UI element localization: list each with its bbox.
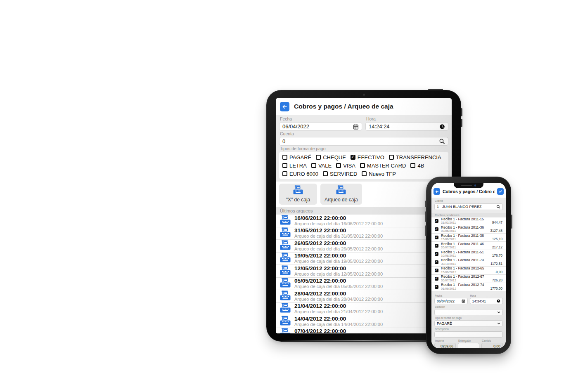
arqueo-list-item[interactable]: 05/05/2012 22:00:00 Arqueo de caja del d… bbox=[276, 278, 452, 290]
arqueo-item-text: 26/05/2012 22:00:00 Arqueo de caja del d… bbox=[294, 241, 383, 251]
checkbox-icon[interactable] bbox=[435, 227, 438, 231]
payment-type-checkbox[interactable]: LETRA bbox=[282, 162, 307, 169]
arqueo-list-item[interactable]: 14/04/2012 22:00:00 Arqueo de caja del d… bbox=[276, 315, 452, 328]
recibo-list-item[interactable]: Recibo 1 - Factura 2012-65 15/06/2012 -0… bbox=[431, 267, 506, 275]
checkbox-icon[interactable] bbox=[435, 219, 438, 223]
phone-camera bbox=[474, 184, 476, 187]
tablet-volume-down-button bbox=[461, 119, 462, 127]
arqueo-item-subtitle: Arqueo de caja del día 26/05/2012 22:00:… bbox=[294, 246, 383, 251]
payment-type-checkbox[interactable]: VALE bbox=[311, 162, 332, 169]
arqueo-list-item[interactable]: 19/05/2012 22:00:00 Arqueo de caja del d… bbox=[276, 253, 452, 265]
arqueo-item-title: 21/04/2012 22:00:00 bbox=[294, 303, 383, 309]
checkbox-icon bbox=[389, 155, 394, 160]
confirm-button[interactable] bbox=[497, 188, 504, 195]
fecha-field-group: Fecha 06/04/2022 bbox=[434, 294, 468, 305]
recibo-list-item[interactable]: Recibo 1 - Factura 2012-67 30/07/2012 72… bbox=[431, 275, 506, 283]
checkbox-icon bbox=[362, 171, 367, 176]
cliente-input[interactable]: 1 - JUAN BLANCO PEREZ bbox=[434, 203, 503, 210]
checkbox-icon bbox=[323, 171, 328, 176]
arqueo-list-item[interactable]: 26/05/2012 22:00:00 Arqueo de caja del d… bbox=[276, 240, 452, 253]
cash-register-icon bbox=[280, 215, 291, 227]
estacion-select[interactable] bbox=[434, 309, 503, 315]
recibo-item-date: 31/03/2011 bbox=[441, 221, 456, 225]
recibo-item-text: Recibo 1 - Factura 2011-73 30/10/2011 11… bbox=[441, 258, 502, 266]
hora-label: Hora bbox=[470, 294, 503, 298]
recibo-item-text: Recibo 1 - Factura 2011-36 03/06/2011 31… bbox=[441, 226, 502, 233]
checkbox-icon[interactable] bbox=[435, 285, 438, 289]
checkbox-icon bbox=[351, 155, 355, 160]
payment-type-checkbox[interactable]: MASTER CARD bbox=[360, 162, 406, 169]
checkbox-icon[interactable] bbox=[435, 244, 438, 248]
cash-action-button[interactable]: Arqueo de caja bbox=[320, 184, 362, 205]
checkbox-icon[interactable] bbox=[435, 260, 438, 264]
page-title: Cobros y pagos / Arqueo de caja bbox=[294, 103, 393, 110]
fecha-input[interactable]: 06/04/2022 bbox=[434, 298, 468, 304]
calendar-icon[interactable] bbox=[353, 124, 359, 130]
cliente-label: Cliente bbox=[435, 199, 503, 203]
estacion-label: Estación bbox=[435, 305, 503, 309]
recibo-item-amount: 726,28 bbox=[492, 279, 502, 283]
recibo-list-item[interactable]: Recibo 1 - Factura 2011-46 20/07/2011 21… bbox=[431, 242, 506, 250]
descripcion-input[interactable] bbox=[434, 331, 503, 338]
recibo-list-item[interactable]: Recibo 1 - Factura 2011-36 03/06/2011 31… bbox=[431, 225, 506, 234]
arqueo-item-title: 12/05/2012 22:00:00 bbox=[294, 266, 383, 272]
payment-type-checkbox[interactable]: VISA bbox=[336, 162, 355, 169]
arqueo-list-item[interactable]: 21/04/2012 22:00:00 Arqueo de caja del d… bbox=[276, 303, 452, 316]
clock-icon[interactable] bbox=[439, 124, 445, 130]
payment-type-checkbox[interactable]: SERVIRED bbox=[323, 170, 357, 177]
arqueo-item-text: 31/05/2012 22:00:00 Arqueo de caja del d… bbox=[294, 228, 383, 239]
fecha-input[interactable]: 06/04/2022 bbox=[279, 122, 362, 131]
importe-field-group: Importe 8259,66 bbox=[434, 339, 456, 348]
arqueo-list-item[interactable]: 12/05/2012 22:00:00 Arqueo de caja del d… bbox=[276, 265, 452, 278]
recibo-list-item[interactable]: Recibo 1 - Factura 2012-74 01/09/2012 17… bbox=[431, 283, 506, 291]
payment-type-checkbox[interactable]: EURO 6000 bbox=[282, 170, 318, 177]
checkbox-icon[interactable] bbox=[435, 277, 438, 281]
arqueo-item-subtitle: Arqueo de caja del día 19/05/2012 22:00:… bbox=[294, 259, 383, 264]
arqueo-list-item[interactable]: 28/04/2012 22:00:00 Arqueo de caja del d… bbox=[276, 290, 452, 303]
back-button[interactable] bbox=[280, 102, 289, 111]
tablet-power-button bbox=[428, 89, 443, 90]
checkbox-icon[interactable] bbox=[435, 269, 438, 272]
hora-input[interactable]: 14:24:24 bbox=[365, 122, 448, 131]
entregado-input[interactable] bbox=[458, 343, 479, 348]
descripcion-field-group: Descripcion bbox=[434, 328, 503, 338]
payment-types-group: Tipos de forma de pago PAGARÉ CHEQUE bbox=[279, 146, 448, 179]
phone-payment-form: Fecha 06/04/2022 Hora 14:34:41 bbox=[431, 291, 506, 348]
recibo-item-text: Recibo 1 - Factura 2011-51 10/08/2011 17… bbox=[441, 250, 502, 258]
cuenta-input[interactable]: 0 bbox=[279, 137, 448, 146]
search-icon[interactable] bbox=[496, 205, 500, 209]
recibo-item-amount: -0,00 bbox=[495, 271, 502, 274]
recibo-item-date: 30/07/2012 bbox=[441, 279, 456, 283]
chevron-down-icon bbox=[497, 322, 500, 325]
cliente-field-group: Cliente 1 - JUAN BLANCO PEREZ bbox=[431, 198, 506, 213]
fecha-label: Fecha bbox=[435, 294, 468, 298]
checkbox-icon[interactable] bbox=[435, 252, 438, 256]
search-icon[interactable] bbox=[439, 138, 445, 144]
entregado-field-group: Entregado bbox=[458, 339, 479, 348]
payment-type-checkbox[interactable]: PAGARÉ bbox=[282, 154, 311, 161]
payment-type-checkbox[interactable]: CHEQUE bbox=[316, 154, 346, 161]
recibo-list-item[interactable]: Recibo 1 - Factura 2011-51 10/08/2011 17… bbox=[431, 250, 506, 258]
calendar-icon[interactable] bbox=[462, 299, 465, 303]
phone-notch bbox=[454, 183, 483, 188]
payment-type-checkbox[interactable]: TRANSFERENCIA bbox=[389, 154, 441, 161]
arqueo-item-title: 28/04/2012 22:00:00 bbox=[294, 291, 383, 297]
hora-input[interactable]: 14:34:41 bbox=[470, 298, 503, 304]
recibo-list-item[interactable]: Recibo 1 - Factura 2011-73 30/10/2011 11… bbox=[431, 258, 506, 267]
clock-icon[interactable] bbox=[497, 299, 500, 303]
payment-type-checkbox[interactable]: EFECTIVO bbox=[351, 154, 384, 161]
cash-action-button[interactable]: "X" de caja bbox=[279, 184, 317, 205]
recibo-list-item[interactable]: Recibo 1 - Factura 2011-15 31/03/2011 94… bbox=[431, 217, 506, 226]
arqueo-list-item[interactable]: 07/04/2012 22:00:00 Arqueo de caja del d… bbox=[276, 328, 452, 334]
payment-type-checkbox[interactable]: 4B bbox=[410, 162, 424, 169]
checkbox-icon bbox=[336, 163, 341, 168]
tipo-forma-pago-select[interactable]: PAGARÉ bbox=[434, 320, 503, 326]
fecha-label: Fecha bbox=[280, 117, 362, 121]
payment-type-checkbox[interactable]: Nuevo TFP bbox=[362, 170, 396, 177]
recibo-list-item[interactable]: Recibo 1 - Factura 2011-38 15/06/2011 12… bbox=[431, 234, 506, 242]
back-button[interactable] bbox=[434, 188, 440, 195]
checkbox-icon[interactable] bbox=[435, 236, 438, 239]
checkbox-icon bbox=[316, 155, 321, 160]
cambio-label: Cambio bbox=[482, 339, 503, 342]
phone-volume-down-button bbox=[425, 225, 426, 236]
